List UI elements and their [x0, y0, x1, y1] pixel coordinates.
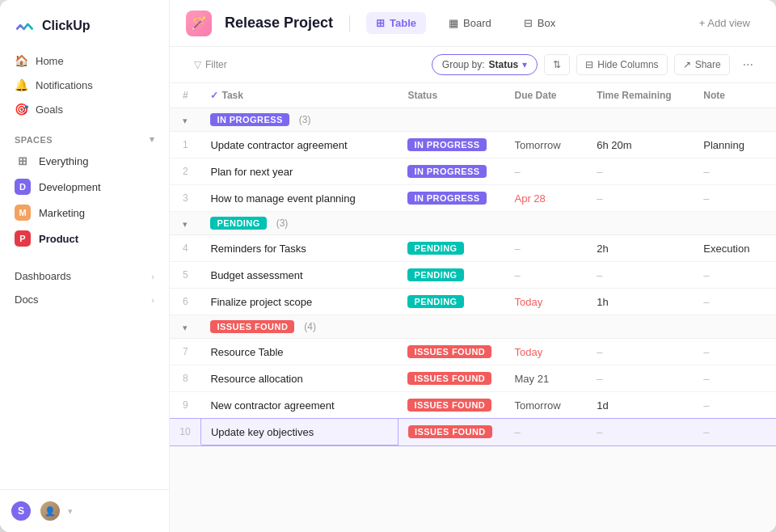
- table-row[interactable]: 4 Reminders for Tasks PENDING – 2h Execu…: [170, 235, 776, 262]
- task-name[interactable]: Budget assessment: [200, 262, 398, 289]
- task-status: IN PROGRESS: [398, 158, 504, 185]
- group-row-issues: ▾ ISSUES FOUND (4): [170, 315, 776, 339]
- task-name[interactable]: New contractor agreement: [200, 392, 398, 419]
- task-time-remaining: –: [587, 158, 694, 185]
- tab-board-label: Board: [463, 17, 491, 29]
- col-due-date-label: Due Date: [515, 90, 557, 101]
- share-button[interactable]: ↗ Share: [674, 54, 730, 75]
- tab-box[interactable]: ⊟ Box: [514, 12, 565, 34]
- status-badge: IN PROGRESS: [407, 138, 486, 151]
- sort-button[interactable]: ⇅: [544, 54, 570, 75]
- col-status: Status: [398, 83, 504, 108]
- status-badge: PENDING: [407, 242, 463, 255]
- sidebar-item-goals[interactable]: 🎯 Goals: [6, 97, 162, 121]
- task-time-remaining: –: [587, 419, 694, 445]
- tab-board[interactable]: ▦ Board: [439, 12, 501, 34]
- sidebar-item-marketing[interactable]: M Marketing: [6, 200, 162, 226]
- table-row[interactable]: 1 Update contractor agreement IN PROGRES…: [170, 132, 776, 158]
- sidebar-item-home[interactable]: 🏠 Home: [6, 49, 162, 73]
- table-row[interactable]: 2 Plan for next year IN PROGRESS – – –: [170, 158, 776, 185]
- task-note: Execution: [694, 235, 776, 262]
- status-badge: ISSUES FOUND: [407, 399, 491, 412]
- task-note: –: [694, 365, 776, 392]
- table-row[interactable]: 3 How to manage event planning IN PROGRE…: [170, 185, 776, 212]
- task-time-remaining: –: [587, 262, 694, 289]
- tab-table[interactable]: ⊞ Table: [366, 12, 426, 34]
- share-label: Share: [695, 59, 721, 70]
- add-view-button[interactable]: + Add view: [690, 12, 760, 34]
- table-row[interactable]: 6 Finalize project scope PENDING Today 1…: [170, 289, 776, 315]
- col-note: Note: [694, 83, 776, 108]
- task-note: –: [694, 419, 776, 445]
- group-by-value: Status: [489, 59, 519, 70]
- task-time-remaining: 2h: [587, 235, 694, 262]
- group-header-cell: IN PROGRESS (3): [200, 108, 776, 132]
- app-window: ClickUp 🏠 Home 🔔 Notifications 🎯 Goals S…: [0, 0, 776, 532]
- task-name[interactable]: How to manage event planning: [200, 185, 398, 212]
- task-name[interactable]: Update contractor agreement: [200, 132, 398, 158]
- main-nav: 🏠 Home 🔔 Notifications 🎯 Goals: [0, 49, 169, 121]
- row-number: 9: [170, 392, 200, 419]
- table-row[interactable]: 5 Budget assessment PENDING – – –: [170, 262, 776, 289]
- avatar-s: S: [10, 500, 32, 522]
- task-name[interactable]: Finalize project scope: [200, 289, 398, 315]
- sidebar-item-product[interactable]: P Product: [6, 226, 162, 251]
- board-tab-icon: ▦: [449, 17, 458, 29]
- table-row[interactable]: 10 Update key objectives ISSUES FOUND – …: [170, 419, 776, 445]
- task-status: PENDING: [398, 235, 504, 262]
- row-number: 2: [170, 158, 200, 185]
- table-body: ▾ IN PROGRESS (3) 1 Update contractor ag…: [170, 108, 776, 445]
- task-status: ISSUES FOUND: [398, 339, 504, 365]
- hide-columns-button[interactable]: ⊟ Hide Columns: [576, 54, 667, 75]
- sidebar-item-notifications[interactable]: 🔔 Notifications: [6, 73, 162, 97]
- development-icon: D: [15, 179, 31, 195]
- task-name[interactable]: Update key objectives: [200, 419, 398, 445]
- sidebar-item-everything[interactable]: ⊞ Everything: [6, 148, 162, 174]
- status-badge: PENDING: [407, 268, 463, 281]
- docs-chevron-icon: ›: [151, 295, 154, 305]
- sidebar-item-docs[interactable]: Docs ›: [6, 288, 162, 311]
- page-header: 🪄 Release Project ⊞ Table ▦ Board ⊟ Box …: [170, 0, 776, 47]
- row-number: 8: [170, 365, 200, 392]
- task-status: PENDING: [398, 289, 504, 315]
- group-header-cell: PENDING (3): [200, 212, 776, 235]
- product-icon: P: [15, 230, 31, 247]
- group-by-chevron-icon: ▾: [522, 59, 527, 70]
- spaces-header[interactable]: Spaces ▾: [6, 125, 162, 148]
- filter-button[interactable]: ▽ Filter: [186, 55, 235, 74]
- group-by-button[interactable]: Group by: Status ▾: [432, 54, 538, 75]
- task-name[interactable]: Reminders for Tasks: [200, 235, 398, 262]
- table-row[interactable]: 8 Resource allocation ISSUES FOUND May 2…: [170, 365, 776, 392]
- group-by-label: Group by:: [442, 59, 485, 70]
- sidebar-item-development[interactable]: D Development: [6, 174, 162, 200]
- col-number: #: [170, 83, 200, 108]
- table-row[interactable]: 9 New contractor agreement ISSUES FOUND …: [170, 392, 776, 419]
- col-due-date: Due Date: [505, 83, 588, 108]
- more-options-button[interactable]: ···: [736, 53, 760, 76]
- dashboards-chevron-icon: ›: [151, 272, 154, 281]
- table-tab-icon: ⊞: [376, 17, 385, 29]
- box-tab-icon: ⊟: [524, 17, 533, 29]
- hide-columns-label: Hide Columns: [597, 59, 658, 70]
- col-time-remaining: Time Remaining: [587, 83, 694, 108]
- status-badge: ISSUES FOUND: [407, 372, 491, 385]
- task-status: ISSUES FOUND: [398, 392, 504, 419]
- task-name[interactable]: Plan for next year: [200, 158, 398, 185]
- footer-chevron-icon[interactable]: ▾: [68, 506, 73, 517]
- task-due-date: Tomorrow: [505, 132, 588, 158]
- sidebar-item-dashboards[interactable]: Dashboards ›: [6, 264, 162, 288]
- table-row[interactable]: 7 Resource Table ISSUES FOUND Today – –: [170, 339, 776, 365]
- group-collapse-btn[interactable]: ▾: [170, 108, 200, 132]
- group-collapse-btn[interactable]: ▾: [170, 212, 200, 235]
- task-due-date: –: [505, 262, 588, 289]
- task-name[interactable]: Resource Table: [200, 339, 398, 365]
- task-time-remaining: –: [587, 339, 694, 365]
- task-note: –: [694, 339, 776, 365]
- everything-icon: ⊞: [15, 153, 31, 169]
- group-chevron-icon: ▾: [183, 323, 188, 332]
- svg-rect-0: [13, 15, 36, 37]
- hide-columns-icon: ⊟: [585, 59, 593, 70]
- tasks-table: # ✓ Task Status Due Date: [170, 83, 776, 445]
- group-collapse-btn[interactable]: ▾: [170, 315, 200, 339]
- task-name[interactable]: Resource allocation: [200, 365, 398, 392]
